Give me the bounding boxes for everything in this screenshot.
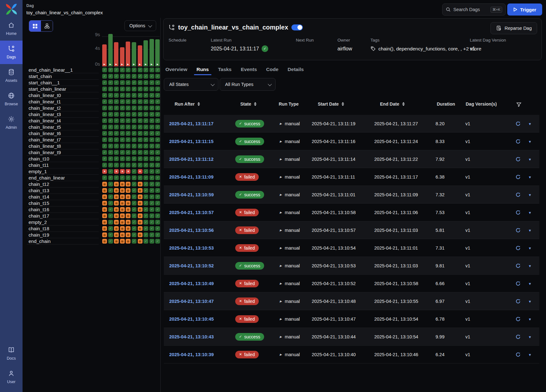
task-instance-success[interactable]: ✓ (138, 131, 143, 136)
task-name[interactable]: empty_2 (29, 219, 47, 225)
task-instance-success[interactable]: ✓ (150, 163, 154, 167)
task-name[interactable]: start_chain (29, 73, 52, 80)
task-instance-success[interactable]: ✓ (138, 163, 143, 167)
task-instance-upstream[interactable]: ◉ (120, 207, 125, 212)
task-instance-upstream[interactable]: ◉ (126, 188, 130, 193)
airflow-logo[interactable] (5, 3, 18, 16)
task-instance-success[interactable]: ✓ (150, 137, 154, 142)
task-instance-success[interactable]: ✓ (143, 232, 148, 237)
sidebar-item-dags[interactable]: Dags (0, 41, 23, 64)
task-instance-upstream[interactable]: ◉ (126, 182, 130, 186)
task-instance-success[interactable]: ✓ (114, 99, 119, 104)
search-dags-input[interactable]: Search Dags ⌘+K (442, 3, 506, 16)
task-instance-upstream[interactable]: ◉ (114, 182, 119, 186)
task-instance-success[interactable]: ✓ (150, 220, 154, 225)
task-instance-success[interactable]: ✓ (132, 182, 136, 186)
clear-run-button[interactable] (516, 281, 521, 286)
task-instance-upstream[interactable]: ◉ (102, 188, 107, 193)
run-row[interactable]: 2025-04-21, 13:11:12✓success▶manual2025-… (164, 150, 539, 168)
task-instance-success[interactable]: ✓ (126, 68, 130, 72)
task-instance-success[interactable]: ✓ (102, 87, 107, 91)
task-instance-success[interactable]: ✓ (108, 99, 113, 104)
task-instance-upstream[interactable]: ◉ (120, 182, 125, 186)
task-instance-success[interactable]: ✓ (155, 106, 160, 110)
task-instance-success[interactable]: ✓ (108, 163, 113, 167)
task-instance-success[interactable]: ✓ (120, 137, 125, 142)
task-instance-success[interactable]: ✓ (132, 175, 136, 180)
task-instance-success[interactable]: ✓ (155, 80, 160, 85)
task-instance-success[interactable]: ✓ (132, 201, 136, 206)
task-instance-success[interactable]: ✓ (132, 169, 136, 174)
task-instance-upstream[interactable]: ◉ (126, 194, 130, 199)
task-instance-success[interactable]: ✓ (120, 131, 125, 136)
task-instance-success[interactable]: ✓ (126, 74, 130, 79)
task-instance-success[interactable]: ✓ (114, 156, 119, 161)
run-after-link[interactable]: 2025-04-21, 13:10:59 (169, 192, 214, 197)
task-instance-success[interactable]: ✓ (114, 87, 119, 91)
task-instance-success[interactable]: ✓ (155, 112, 160, 117)
task-instance-upstream[interactable]: ◉ (138, 201, 143, 206)
task-name[interactable]: chain_t10 (29, 156, 49, 162)
task-instance-success[interactable]: ✓ (132, 80, 136, 85)
task-instance-upstream[interactable]: ◉ (102, 213, 107, 218)
task-instance-success[interactable]: ✓ (120, 74, 125, 79)
task-instance-success[interactable]: ✓ (143, 175, 148, 180)
clear-run-button[interactable] (516, 334, 521, 339)
task-instance-success[interactable]: ✓ (108, 182, 113, 186)
task-instance-success[interactable]: ✓ (132, 131, 136, 136)
task-instance-success[interactable]: ✓ (108, 156, 113, 161)
clear-run-button[interactable] (516, 192, 521, 197)
run-column-bar[interactable]: ▶ (143, 40, 148, 67)
task-instance-success[interactable]: ✓ (138, 106, 143, 110)
task-instance-success[interactable]: ✓ (132, 74, 136, 79)
task-instance-success[interactable]: ✓ (150, 232, 154, 237)
task-instance-success[interactable]: ✓ (150, 68, 154, 72)
run-actions-caret[interactable]: ▾ (529, 121, 531, 126)
task-instance-upstream[interactable]: ◉ (120, 232, 125, 237)
run-actions-caret[interactable]: ▾ (529, 299, 531, 304)
task-instance-success[interactable]: ✓ (150, 239, 154, 244)
task-instance-success[interactable]: ✓ (132, 125, 136, 129)
run-row[interactable]: 2025-04-21, 13:10:53✕failed▶manual2025-0… (164, 239, 539, 257)
task-instance-success[interactable]: ✓ (108, 207, 113, 212)
clear-run-button[interactable] (516, 352, 521, 357)
task-instance-success[interactable]: ✓ (102, 131, 107, 136)
run-after-link[interactable]: 2025-04-21, 13:11:12 (169, 157, 213, 162)
task-instance-success[interactable]: ✓ (114, 125, 119, 129)
task-instance-success[interactable]: ✓ (114, 118, 119, 123)
task-instance-success[interactable]: ✓ (150, 169, 154, 174)
task-instance-success[interactable]: ✓ (143, 112, 148, 117)
task-instance-success[interactable]: ✓ (132, 213, 136, 218)
task-instance-success[interactable]: ✓ (132, 207, 136, 212)
clear-run-button[interactable] (516, 157, 521, 162)
task-instance-success[interactable]: ✓ (155, 220, 160, 225)
task-instance-success[interactable]: ✓ (120, 175, 125, 180)
task-instance-success[interactable]: ✓ (102, 106, 107, 110)
run-column-bar[interactable]: ▶ (126, 42, 130, 67)
task-instance-success[interactable]: ✓ (143, 220, 148, 225)
task-instance-success[interactable]: ✓ (155, 144, 160, 148)
task-instance-upstream[interactable]: ◉ (126, 207, 130, 212)
task-name[interactable]: chain_t12 (29, 181, 49, 187)
task-instance-success[interactable]: ✓ (143, 150, 148, 155)
task-instance-success[interactable]: ✓ (138, 175, 143, 180)
tab-overview[interactable]: Overview (163, 63, 190, 75)
task-instance-success[interactable]: ✓ (120, 87, 125, 91)
task-instance-success[interactable]: ✓ (138, 80, 143, 85)
task-instance-success[interactable]: ✓ (150, 144, 154, 148)
run-actions-caret[interactable]: ▾ (529, 210, 531, 215)
tab-code[interactable]: Code (263, 63, 281, 75)
task-instance-success[interactable]: ✓ (108, 68, 113, 72)
task-instance-success[interactable]: ✓ (102, 99, 107, 104)
task-instance-success[interactable]: ✓ (155, 201, 160, 206)
task-instance-upstream[interactable]: ◉ (102, 232, 107, 237)
task-instance-upstream[interactable]: ◉ (102, 182, 107, 186)
task-instance-success[interactable]: ✓ (120, 99, 125, 104)
sidebar-item-browse[interactable]: Browse (0, 88, 23, 111)
run-row[interactable]: 2025-04-21, 13:10:59✓success▶manual2025-… (164, 186, 539, 204)
run-column-bar[interactable]: ▶ (114, 42, 118, 67)
task-instance-success[interactable]: ✓ (150, 194, 154, 199)
task-instance-success[interactable]: ✓ (138, 156, 143, 161)
run-actions-caret[interactable]: ▾ (529, 174, 531, 179)
task-instance-success[interactable]: ✓ (143, 87, 148, 91)
